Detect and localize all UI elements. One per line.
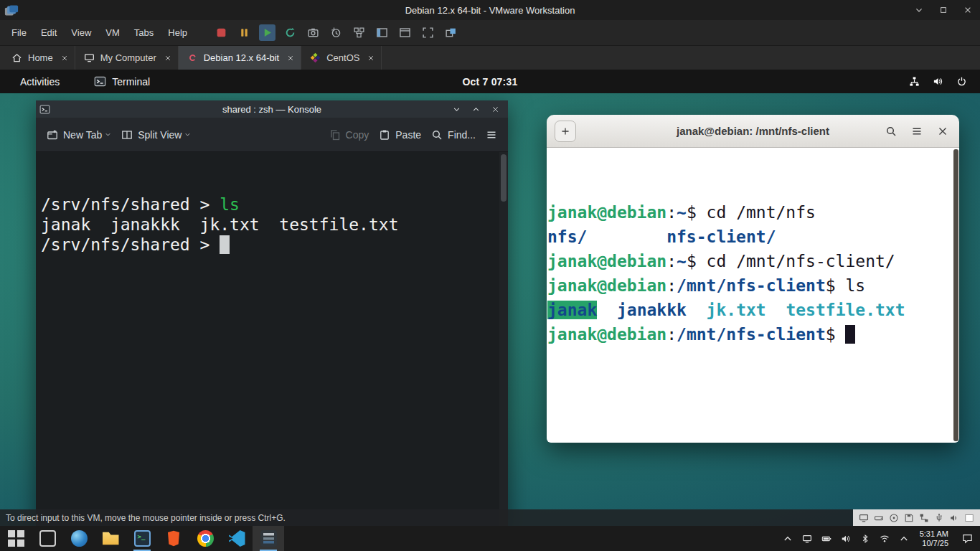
gnome-terminal-window: janak@debian: /mnt/nfs-client janak@debi… [547, 115, 959, 443]
konsole-scrollbar[interactable] [499, 152, 508, 526]
power-on-icon [261, 27, 273, 39]
power-icon [956, 76, 967, 87]
taskbar-app-edge[interactable] [63, 526, 95, 551]
konsole-minimize-icon[interactable] [453, 105, 461, 113]
paste-icon [379, 129, 390, 141]
konsole-menu-button[interactable] [481, 125, 502, 145]
tab-centos[interactable]: CentOS [301, 46, 382, 70]
gterm-scrollbar[interactable] [953, 149, 958, 441]
konsole-close-icon[interactable] [491, 105, 499, 113]
console-view-button[interactable] [397, 24, 413, 41]
window-close-button[interactable] [956, 0, 980, 20]
tray-wifi-button[interactable] [875, 526, 895, 551]
menu-file[interactable]: File [4, 24, 34, 42]
vmware-menubar: FileEditViewVMTabsHelp [0, 20, 980, 46]
terminal-line: janak@debian:~$ cd /mnt/nfs-client/ [547, 249, 959, 273]
tab-debian-12-x-64-bit[interactable]: Debian 12.x 64-bit [179, 46, 302, 70]
taskbar-clock[interactable]: 5:31 AM 10/7/25 [914, 529, 954, 548]
fullscreen-button[interactable] [420, 24, 436, 41]
file-explorer-icon [103, 530, 119, 547]
paste-button[interactable]: Paste [374, 125, 426, 145]
usb-device-icon[interactable] [934, 513, 944, 523]
tab-close-icon[interactable] [61, 55, 68, 62]
library-panel-button[interactable] [374, 24, 390, 41]
start-icon [8, 530, 24, 547]
new-tab-button[interactable]: New Tab [42, 125, 116, 145]
tray-monitor-button[interactable] [798, 526, 817, 551]
snapshot-manager-button[interactable] [351, 24, 367, 41]
terminal-search-icon[interactable] [885, 126, 897, 137]
notification-center-button[interactable] [954, 526, 980, 551]
hdd-device-icon[interactable] [874, 513, 884, 523]
taskbar-app-brave[interactable] [158, 526, 189, 551]
menu-edit[interactable]: Edit [34, 24, 64, 42]
tray-bluetooth-button[interactable] [856, 526, 875, 551]
power-on-button[interactable] [259, 24, 275, 41]
tray-chevron-up-button[interactable] [895, 526, 914, 551]
snapshot-take-button[interactable] [305, 24, 321, 41]
split-view-button[interactable]: Split View [116, 125, 196, 145]
monitor-device-icon[interactable] [859, 513, 869, 523]
menu-help[interactable]: Help [161, 24, 194, 42]
copy-icon [329, 129, 341, 141]
tab-close-icon[interactable] [367, 55, 374, 62]
menu-vm[interactable]: VM [98, 24, 127, 42]
edge-icon [71, 530, 88, 547]
tab-close-icon[interactable] [287, 55, 294, 62]
konsole-title: shared : zsh — Konsole [36, 104, 508, 115]
network-device-icon[interactable] [919, 513, 929, 523]
terminal-menu-icon[interactable] [911, 126, 923, 137]
power-off-button[interactable] [213, 24, 230, 41]
vmware-workstation-window: Debian 12.x 64-bit - VMware Workstation … [0, 0, 980, 551]
monitor-icon [802, 534, 812, 544]
chevron-up-icon [899, 534, 909, 544]
floppy-device-icon[interactable] [904, 513, 914, 523]
taskbar-app-vscode[interactable] [221, 526, 253, 551]
paste-label: Paste [395, 129, 421, 141]
terminal-line: janak@debian:~$ cd /mnt/nfs [547, 200, 959, 225]
tab-home[interactable]: Home [3, 46, 75, 70]
gnome-terminal-body[interactable]: janak@debian:~$ cd /mnt/nfsnfs/ nfs-clie… [547, 148, 959, 443]
chevron-up-icon [783, 534, 793, 544]
tray-battery-button[interactable] [817, 526, 837, 551]
vm-display[interactable]: Activities Terminal Oct 7 07:31 shared :… [0, 70, 980, 526]
copy-button[interactable]: Copy [324, 125, 374, 145]
tab-close-icon[interactable] [164, 55, 171, 62]
konsole-screen: /srv/nfs/shared > lsjanak janakkk jk.txt… [41, 194, 508, 255]
konsole-terminal[interactable]: /srv/nfs/shared > lsjanak janakkk jk.txt… [36, 152, 508, 526]
terminal-close-icon[interactable] [937, 126, 948, 137]
konsole-scrollbar-thumb[interactable] [501, 154, 507, 202]
fullscreen-icon [422, 27, 434, 39]
panel-device-icon[interactable] [964, 513, 974, 523]
reset-button[interactable] [282, 24, 298, 41]
gnome-system-tray[interactable] [909, 76, 980, 87]
taskbar-app-terminal-app[interactable] [126, 526, 158, 551]
disc-device-icon[interactable] [889, 513, 899, 523]
search-icon [431, 129, 443, 141]
snapshot-revert-button[interactable] [328, 24, 344, 41]
window-minimize-button[interactable] [907, 0, 931, 20]
terminal-line: janak janakkk jk.txt testfile.txt [547, 298, 959, 322]
window-maximize-button[interactable] [931, 0, 956, 20]
taskbar-app-start[interactable] [0, 526, 32, 551]
taskbar-app-file-explorer[interactable] [95, 526, 126, 551]
unity-mode-button[interactable] [443, 24, 459, 41]
tab-my-computer[interactable]: My Computer [75, 46, 179, 70]
tray-speaker-button[interactable] [837, 526, 856, 551]
library-panel-icon [376, 27, 388, 39]
konsole-maximize-icon[interactable] [472, 105, 480, 113]
taskbar-app-task-view[interactable] [32, 526, 63, 551]
menu-tabs[interactable]: Tabs [127, 24, 161, 42]
find-button[interactable]: Find... [426, 125, 481, 145]
tray-chevron-up-button[interactable] [778, 526, 798, 551]
taskbar-app-vmware[interactable] [253, 526, 284, 551]
gnome-terminal-headerbar[interactable]: janak@debian: /mnt/nfs-client [547, 115, 959, 148]
suspend-button[interactable] [236, 24, 253, 41]
sound-device-icon[interactable] [949, 513, 959, 523]
konsole-titlebar[interactable]: shared : zsh — Konsole [36, 100, 508, 118]
gnome-clock[interactable]: Oct 7 07:31 [0, 76, 980, 88]
bluetooth-icon [860, 534, 870, 544]
window-controls [907, 0, 980, 20]
taskbar-app-chrome[interactable] [189, 526, 221, 551]
menu-view[interactable]: View [64, 24, 98, 42]
